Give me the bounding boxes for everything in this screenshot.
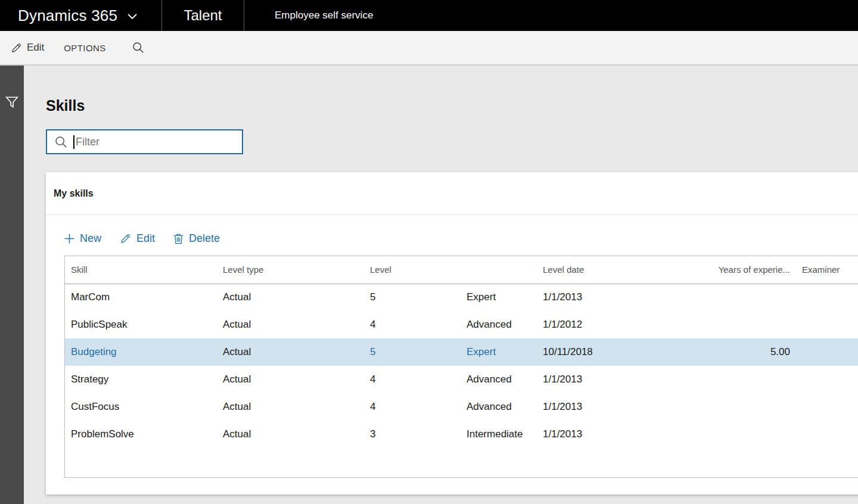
cell-level-type[interactable]: Actual <box>217 338 364 366</box>
cell-level[interactable]: 5 <box>364 338 461 366</box>
card-body: New Edit <box>46 215 858 494</box>
text-cursor <box>73 135 74 149</box>
cell-years[interactable] <box>650 366 792 393</box>
edit-button-label: Edit <box>27 42 44 54</box>
cell-examiner[interactable] <box>792 366 858 393</box>
skills-table: Skill Level type Level Level date Years … <box>64 256 858 478</box>
top-navigation-bar: Dynamics 365 Talent Employee self servic… <box>0 0 858 31</box>
cell-examiner[interactable] <box>792 338 858 366</box>
cell-years[interactable]: 5.00 <box>650 338 792 366</box>
page-title: Skills <box>46 97 858 114</box>
column-header-skill[interactable]: Skill <box>65 256 217 284</box>
cell-level-type[interactable]: Actual <box>217 393 364 421</box>
cell-years[interactable] <box>650 393 792 421</box>
options-button[interactable]: OPTIONS <box>64 43 105 53</box>
pencil-icon <box>11 42 22 54</box>
table-row[interactable]: ProblemSolve Actual 3 Intermediate 1/1/2… <box>65 421 858 448</box>
cell-level[interactable]: 4 <box>364 311 461 338</box>
cell-skill[interactable]: ProblemSolve <box>65 421 217 448</box>
grid-toolbar: New Edit <box>64 232 858 245</box>
new-button[interactable]: New <box>64 232 101 245</box>
cell-level-type[interactable]: Actual <box>217 366 364 393</box>
plus-icon <box>64 234 74 244</box>
grid-edit-button[interactable]: Edit <box>120 232 155 245</box>
cell-level-name[interactable]: Expert <box>461 338 537 366</box>
column-header-level-date[interactable]: Level date <box>537 256 650 284</box>
cell-level-name[interactable]: Expert <box>461 284 537 311</box>
cell-level-date[interactable]: 1/1/2012 <box>537 311 650 338</box>
options-button-label: OPTIONS <box>64 43 105 53</box>
cell-skill[interactable]: Strategy <box>65 366 217 393</box>
cell-years[interactable] <box>650 311 792 338</box>
cell-skill[interactable]: Budgeting <box>65 338 217 366</box>
cell-level-name[interactable]: Advanced <box>461 366 537 393</box>
left-sidebar <box>0 66 24 504</box>
app-name-talent[interactable]: Talent <box>162 0 244 31</box>
cell-level[interactable]: 4 <box>364 366 461 393</box>
edit-button[interactable]: Edit <box>11 42 44 54</box>
cell-level-type[interactable]: Actual <box>217 421 364 448</box>
pencil-icon <box>120 233 131 244</box>
table-header-row: Skill Level type Level Level date Years … <box>65 256 858 284</box>
table-row[interactable]: MarCom Actual 5 Expert 1/1/2013 <box>65 284 858 311</box>
cell-skill[interactable]: CustFocus <box>65 393 217 421</box>
cell-examiner[interactable] <box>792 421 858 448</box>
cell-years[interactable] <box>650 284 792 311</box>
cell-examiner[interactable] <box>792 311 858 338</box>
cell-years[interactable] <box>650 421 792 448</box>
column-header-level[interactable]: Level <box>364 256 461 284</box>
column-header-level-name[interactable] <box>461 256 537 284</box>
cell-level-date[interactable]: 1/1/2013 <box>537 393 650 421</box>
cell-level-date[interactable]: 1/1/2013 <box>537 421 650 448</box>
table-row[interactable]: PublicSpeak Actual 4 Advanced 1/1/2012 <box>65 311 858 338</box>
grid-edit-button-label: Edit <box>136 232 155 245</box>
delete-button-label: Delete <box>189 232 220 245</box>
new-button-label: New <box>80 232 101 245</box>
cell-level-name[interactable]: Advanced <box>461 393 537 421</box>
filter-funnel-icon[interactable] <box>5 95 18 110</box>
trash-icon <box>173 233 184 244</box>
cell-level[interactable]: 4 <box>364 393 461 421</box>
table-row-selected[interactable]: Budgeting Actual 5 Expert 10/11/2018 5.0… <box>65 338 858 366</box>
action-bar: Edit OPTIONS <box>0 31 858 66</box>
search-button[interactable] <box>132 42 144 54</box>
cell-level[interactable]: 5 <box>364 284 461 311</box>
filter-placeholder: Filter <box>76 136 100 148</box>
table-row[interactable]: CustFocus Actual 4 Advanced 1/1/2013 <box>65 393 858 421</box>
magnifier-icon <box>55 136 67 148</box>
cell-level-date[interactable]: 1/1/2013 <box>537 366 650 393</box>
cell-skill[interactable]: MarCom <box>65 284 217 311</box>
cell-level-name[interactable]: Advanced <box>461 311 537 338</box>
content-area: Skills Filter My skills New <box>0 66 858 504</box>
magnifier-icon <box>132 42 144 54</box>
brand-label: Dynamics 365 <box>18 7 117 25</box>
cell-skill[interactable]: PublicSpeak <box>65 311 217 338</box>
my-skills-card: My skills New <box>46 172 858 494</box>
filter-input[interactable]: Filter <box>46 129 243 154</box>
dynamics-365-menu[interactable]: Dynamics 365 <box>0 0 162 31</box>
column-header-years[interactable]: Years of experie... <box>650 256 792 284</box>
main-panel: Skills Filter My skills New <box>24 66 858 504</box>
cell-examiner[interactable] <box>792 393 858 421</box>
cell-level[interactable]: 3 <box>364 421 461 448</box>
column-header-level-type[interactable]: Level type <box>217 256 364 284</box>
table-row[interactable]: Strategy Actual 4 Advanced 1/1/2013 <box>65 366 858 393</box>
workspace-title: Employee self service <box>244 0 373 31</box>
cell-level-name[interactable]: Intermediate <box>461 421 537 448</box>
cell-examiner[interactable] <box>792 284 858 311</box>
cell-level-type[interactable]: Actual <box>217 311 364 338</box>
card-title: My skills <box>46 172 858 215</box>
column-header-examiner[interactable]: Examiner <box>792 256 858 284</box>
cell-level-date[interactable]: 1/1/2013 <box>537 284 650 311</box>
cell-level-date[interactable]: 10/11/2018 <box>537 338 650 366</box>
cell-level-type[interactable]: Actual <box>217 284 364 311</box>
chevron-down-icon <box>128 14 137 20</box>
delete-button[interactable]: Delete <box>173 232 220 245</box>
